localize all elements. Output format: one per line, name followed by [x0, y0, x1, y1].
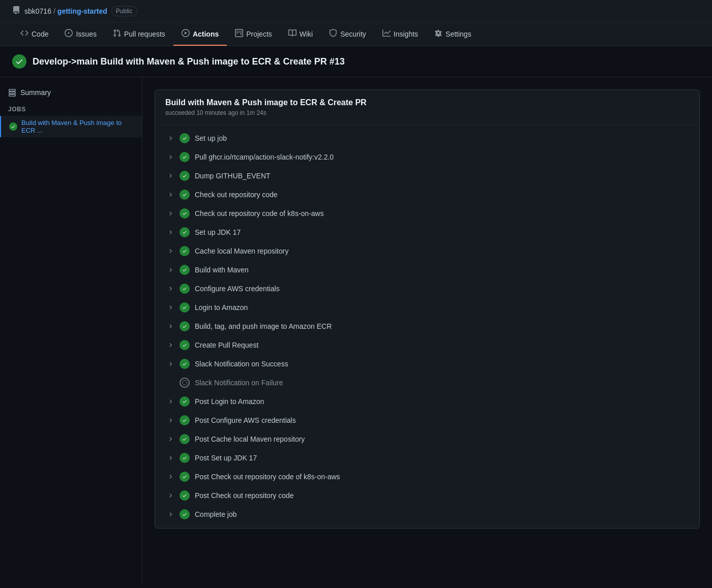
step-chevron-icon	[165, 415, 175, 425]
tab-settings[interactable]: Settings	[426, 23, 480, 46]
repo-owner-link[interactable]: sbk0716	[24, 7, 51, 15]
step-item[interactable]: Post Configure AWS credentials	[155, 411, 699, 430]
step-item[interactable]: Complete job	[155, 505, 699, 524]
step-status-icon	[180, 133, 190, 143]
workflow-card-header: Build with Maven & Push image to ECR & C…	[155, 90, 699, 125]
step-chevron-icon	[165, 302, 175, 313]
step-status-icon	[180, 378, 190, 388]
step-item[interactable]: Slack Notification on Failure	[155, 374, 699, 392]
tab-code[interactable]: Code	[12, 23, 56, 46]
tab-settings-label: Settings	[446, 30, 471, 38]
step-status-icon	[180, 227, 190, 237]
step-chevron-icon	[165, 284, 175, 294]
step-item[interactable]: Post Login to Amazon	[155, 392, 699, 411]
workflow-card-meta: succeeded 10 minutes ago in 1m 24s	[165, 109, 689, 116]
step-item[interactable]: Post Check out repository code	[155, 486, 699, 505]
step-name-label: Check out repository code of k8s-on-aws	[195, 209, 324, 218]
projects-icon	[235, 29, 243, 39]
step-item[interactable]: Check out repository code of k8s-on-aws	[155, 204, 699, 223]
step-chevron-icon	[165, 396, 175, 407]
step-chevron-icon	[165, 152, 175, 162]
step-chevron-icon	[165, 340, 175, 350]
step-item[interactable]: Build, tag, and push image to Amazon ECR	[155, 317, 699, 336]
step-item[interactable]: Set up JDK 17	[155, 223, 699, 242]
step-name-label: Check out repository code	[195, 191, 278, 199]
step-item[interactable]: Build with Maven	[155, 261, 699, 280]
step-status-icon	[180, 453, 190, 463]
sidebar-summary-link[interactable]: Summary	[0, 85, 142, 100]
tab-pr-label: Pull requests	[124, 30, 165, 38]
step-chevron-icon	[165, 208, 175, 219]
step-name-label: Configure AWS credentials	[195, 285, 280, 293]
step-chevron-icon	[165, 509, 175, 519]
step-item[interactable]: Post Check out repository code of k8s-on…	[155, 468, 699, 486]
tab-pull-requests[interactable]: Pull requests	[105, 23, 173, 46]
step-name-label: Slack Notification on Success	[195, 360, 288, 368]
sidebar-job-name: Build with Maven & Push image to ECR ...	[21, 119, 134, 134]
nav-tabs: Code Issues Pull requests Actions	[0, 23, 712, 46]
step-name-label: Set up job	[195, 134, 227, 142]
step-item[interactable]: Cache local Maven repository	[155, 242, 699, 261]
step-item[interactable]: Check out repository code	[155, 185, 699, 204]
step-item[interactable]: Configure AWS credentials	[155, 280, 699, 298]
step-item[interactable]: Post Set up JDK 17	[155, 449, 699, 468]
step-status-icon	[180, 509, 190, 519]
repo-icon	[12, 6, 20, 16]
workflow-run-title: Build with Maven & Push image to ECR & C…	[101, 56, 345, 67]
tab-security-label: Security	[340, 30, 366, 38]
step-item[interactable]: Dump GITHUB_EVENT	[155, 167, 699, 185]
workflow-card: Build with Maven & Push image to ECR & C…	[155, 89, 700, 529]
content-area: Build with Maven & Push image to ECR & C…	[142, 77, 712, 584]
workflow-status-icon	[12, 54, 26, 69]
step-chevron-icon	[165, 378, 175, 388]
sidebar-job-item[interactable]: Build with Maven & Push image to ECR ...	[0, 116, 142, 137]
tab-actions[interactable]: Actions	[173, 23, 227, 46]
step-item[interactable]: Create Pull Request	[155, 336, 699, 355]
branch-label: Develop->main	[33, 56, 98, 67]
wiki-icon	[288, 29, 296, 39]
insights-icon	[382, 29, 391, 39]
tab-wiki[interactable]: Wiki	[280, 23, 321, 46]
tab-security[interactable]: Security	[321, 23, 374, 46]
step-chevron-icon	[165, 133, 175, 143]
step-status-icon	[180, 359, 190, 369]
tab-projects[interactable]: Projects	[227, 23, 280, 46]
step-name-label: Set up JDK 17	[195, 228, 241, 236]
step-name-label: Post Login to Amazon	[195, 397, 264, 406]
repo-header: sbk0716 / getting-started Public	[0, 0, 712, 23]
step-name-label: Pull ghcr.io/rtcamp/action-slack-notify:…	[195, 153, 334, 161]
settings-icon	[434, 29, 442, 39]
step-item[interactable]: Pull ghcr.io/rtcamp/action-slack-notify:…	[155, 148, 699, 167]
page-title-text: Develop->main Build with Maven & Push im…	[33, 56, 345, 67]
step-name-label: Slack Notification on Failure	[195, 379, 283, 387]
step-name-label: Build, tag, and push image to Amazon ECR	[195, 322, 332, 330]
step-item[interactable]: Post Cache local Maven repository	[155, 430, 699, 449]
step-chevron-icon	[165, 227, 175, 237]
tab-projects-label: Projects	[246, 30, 272, 38]
tab-issues[interactable]: Issues	[56, 23, 104, 46]
step-item[interactable]: Slack Notification on Success	[155, 355, 699, 374]
tab-insights[interactable]: Insights	[374, 23, 426, 46]
repo-name-link[interactable]: getting-started	[57, 7, 107, 15]
step-status-icon	[180, 152, 190, 162]
repo-visibility-badge: Public	[111, 6, 137, 16]
step-chevron-icon	[165, 321, 175, 331]
step-status-icon	[180, 171, 190, 181]
step-item[interactable]: Set up job	[155, 129, 699, 148]
step-name-label: Dump GITHUB_EVENT	[195, 172, 271, 180]
step-status-icon	[180, 190, 190, 200]
tab-actions-label: Actions	[193, 30, 219, 38]
step-name-label: Login to Amazon	[195, 303, 248, 312]
step-status-icon	[180, 208, 190, 219]
actions-icon	[182, 29, 190, 39]
step-item[interactable]: Login to Amazon	[155, 298, 699, 317]
step-name-label: Post Check out repository code	[195, 491, 294, 500]
step-status-icon	[180, 472, 190, 482]
issues-icon	[65, 29, 73, 39]
page-title-bar: Develop->main Build with Maven & Push im…	[0, 46, 712, 77]
step-status-icon	[180, 396, 190, 407]
repo-slash: /	[53, 7, 55, 15]
main-layout: Summary Jobs Build with Maven & Push ima…	[0, 77, 712, 584]
code-icon	[20, 29, 28, 39]
step-status-icon	[180, 340, 190, 350]
